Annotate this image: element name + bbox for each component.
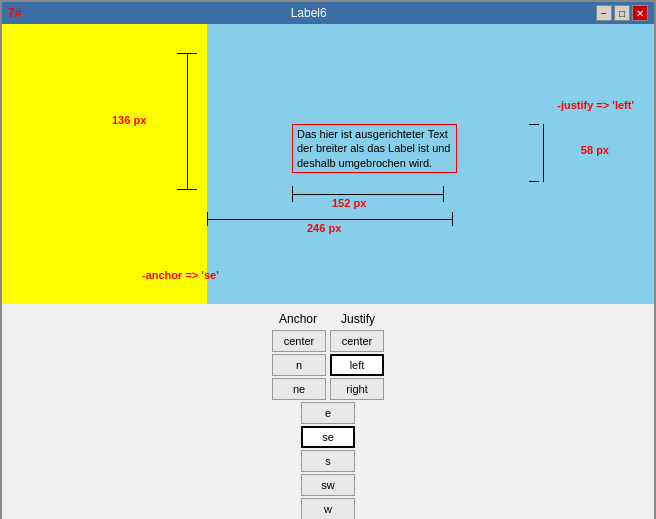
dim-58-label: 58 px: [581, 144, 609, 156]
anchor-w-button[interactable]: w: [301, 498, 355, 519]
justify-left-button[interactable]: left: [330, 354, 384, 376]
justify-center-button[interactable]: center: [330, 330, 384, 352]
controls-row-2: ne right: [272, 378, 384, 400]
anchor-label: -anchor => 'se': [142, 269, 219, 281]
anchor-center-button[interactable]: center: [272, 330, 326, 352]
controls-row-0: center center: [272, 330, 384, 352]
window-title: Label6: [21, 6, 596, 20]
controls-row-3: e: [272, 402, 384, 424]
anchor-e-button[interactable]: e: [301, 402, 355, 424]
minimize-button[interactable]: −: [596, 5, 612, 21]
vcap-152-right: [443, 186, 444, 202]
dim-136-label: 136 px: [112, 114, 146, 126]
hcap-136-bottom: [177, 189, 197, 190]
controls-row-6: sw: [272, 474, 384, 496]
anchor-sw-button[interactable]: sw: [301, 474, 355, 496]
justify-label: -justify => 'left': [557, 99, 634, 111]
close-button[interactable]: ✕: [632, 5, 648, 21]
controls-area: Anchor Justify center center n left ne r…: [2, 304, 654, 519]
vline-58: [543, 124, 544, 182]
controls-row-7: w: [272, 498, 384, 519]
controls-row-1: n left: [272, 354, 384, 376]
hcap-136-top: [177, 53, 197, 54]
controls-grid: center center n left ne right e se: [272, 330, 384, 519]
dim-246-label: 246 px: [307, 222, 341, 234]
window-controls: − □ ✕: [596, 5, 648, 21]
hcap-58-bottom: [529, 181, 539, 182]
hline-246: [207, 219, 453, 220]
vcap-246-right: [452, 212, 453, 226]
col-anchor-header: Anchor: [268, 312, 328, 326]
app-icon: 7#: [8, 6, 21, 20]
label-text-box: Das hier ist ausgerichteter Text der bre…: [292, 124, 457, 173]
justify-right-button[interactable]: right: [330, 378, 384, 400]
canvas-area: 136 px Das hier ist ausgerichteter Text …: [2, 24, 654, 304]
vline-136: [187, 54, 188, 190]
title-bar: 7# Label6 − □ ✕: [2, 2, 654, 24]
main-window: 7# Label6 − □ ✕ 136 px Das hier ist ausg…: [0, 0, 656, 519]
anchor-se-button[interactable]: se: [301, 426, 355, 448]
col-justify-header: Justify: [328, 312, 388, 326]
hcap-58-top: [529, 124, 539, 125]
vcap-246-left: [207, 212, 208, 226]
controls-row-5: s: [272, 450, 384, 472]
vcap-152-left: [292, 186, 293, 202]
maximize-button[interactable]: □: [614, 5, 630, 21]
anchor-ne-button[interactable]: ne: [272, 378, 326, 400]
hline-152: [292, 194, 444, 195]
controls-row-4: se: [272, 426, 384, 448]
anchor-n-button[interactable]: n: [272, 354, 326, 376]
dim-152-label: 152 px: [332, 197, 366, 209]
controls-header: Anchor Justify: [268, 312, 388, 326]
anchor-s-button[interactable]: s: [301, 450, 355, 472]
